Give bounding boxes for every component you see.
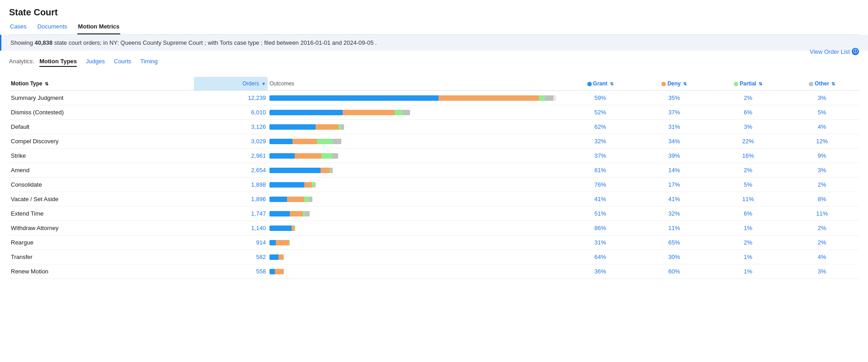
cell-bar (268, 149, 563, 163)
cell-orders[interactable]: 2,961 (194, 149, 268, 163)
main-nav: Cases Documents Motion Metrics (9, 20, 859, 35)
header: State Court Cases Documents Motion Metri… (0, 0, 868, 35)
deny-dot (661, 82, 666, 86)
tab-courts[interactable]: Courts (114, 58, 131, 67)
col-header-motion-type[interactable]: Motion Type ⇅ (9, 77, 194, 91)
cell-deny: 30% (637, 250, 711, 264)
cell-bar (268, 120, 563, 134)
cell-orders[interactable]: 1,747 (194, 207, 268, 221)
cell-grant: 86% (563, 221, 637, 235)
table-row[interactable]: Dismiss (Contested) 6,010 52% 37% 6% 5% (9, 105, 859, 120)
table-body: Summary Judgment 12,239 59% 35% 2% 3% Di… (9, 91, 859, 279)
cell-deny: 34% (637, 134, 711, 149)
grant-dot (587, 82, 592, 86)
table-row[interactable]: Consolidate 1,898 76% 17% 5% 2% (9, 178, 859, 192)
sort-icon-deny: ⇅ (683, 81, 687, 86)
cell-deny: 41% (637, 192, 711, 207)
cell-other: 4% (785, 250, 859, 264)
tab-motion-types[interactable]: Motion Types (39, 58, 77, 67)
table-row[interactable]: Transfer 582 64% 30% 1% 4% (9, 250, 859, 264)
col-header-deny[interactable]: Deny ⇅ (637, 77, 711, 91)
tab-judges[interactable]: Judges (86, 58, 105, 67)
table-row[interactable]: Extend Time 1,747 51% 32% 6% 11% (9, 207, 859, 221)
table-header-row: Motion Type ⇅ Orders ▼ Outcomes Grant ⇅ … (9, 77, 859, 91)
table-row[interactable]: Compel Discovery 3,029 32% 34% 22% 12% (9, 134, 859, 149)
cell-grant: 62% (563, 120, 637, 134)
cell-bar (268, 91, 563, 105)
tab-documents[interactable]: Documents (37, 20, 68, 34)
table-row[interactable]: Default 3,126 62% 31% 3% 4% (9, 120, 859, 134)
cell-orders[interactable]: 1,898 (194, 178, 268, 192)
cell-orders[interactable]: 582 (194, 250, 268, 264)
cell-partial: 5% (711, 178, 785, 192)
cell-orders[interactable]: 558 (194, 264, 268, 279)
cell-partial: 1% (711, 264, 785, 279)
table-row[interactable]: Summary Judgment 12,239 59% 35% 2% 3% (9, 91, 859, 105)
info-icon: ⓘ (852, 48, 859, 55)
cell-partial: 2% (711, 163, 785, 178)
partial-dot (734, 82, 738, 86)
table-row[interactable]: Vacate / Set Aside 1,896 41% 41% 11% 8% (9, 192, 859, 207)
cell-partial: 2% (711, 235, 785, 250)
table-row[interactable]: Renew Motion 558 36% 60% 1% 3% (9, 264, 859, 279)
cell-orders[interactable]: 1,896 (194, 192, 268, 207)
col-header-grant[interactable]: Grant ⇅ (563, 77, 637, 91)
analytics-section: Analytics: Motion Types Judges Courts Ti… (0, 51, 868, 67)
cell-grant: 37% (563, 149, 637, 163)
cell-other: 9% (785, 149, 859, 163)
cell-grant: 41% (563, 192, 637, 207)
table-row[interactable]: Reargue 914 31% 65% 2% 2% (9, 235, 859, 250)
cell-orders[interactable]: 3,029 (194, 134, 268, 149)
cell-deny: 39% (637, 149, 711, 163)
cell-bar (268, 264, 563, 279)
filter-bar: Showing 40,838 state court orders; in NY… (0, 35, 868, 51)
cell-bar (268, 235, 563, 250)
table-row[interactable]: Amend 2,654 81% 14% 2% 3% (9, 163, 859, 178)
cell-motion-type: Summary Judgment (9, 91, 194, 105)
cell-motion-type: Default (9, 120, 194, 134)
cell-deny: 32% (637, 207, 711, 221)
cell-deny: 31% (637, 120, 711, 134)
cell-bar (268, 134, 563, 149)
sort-icon-grant: ⇅ (610, 81, 613, 86)
col-header-outcomes: Outcomes (268, 77, 563, 91)
cell-partial: 1% (711, 221, 785, 235)
cell-orders[interactable]: 914 (194, 235, 268, 250)
tab-motion-metrics[interactable]: Motion Metrics (77, 20, 121, 34)
cell-grant: 36% (563, 264, 637, 279)
cell-other: 11% (785, 207, 859, 221)
cell-deny: 17% (637, 178, 711, 192)
cell-grant: 32% (563, 134, 637, 149)
cell-orders[interactable]: 3,126 (194, 120, 268, 134)
table-row[interactable]: Strike 2,961 37% 39% 16% 9% (9, 149, 859, 163)
cell-other: 2% (785, 235, 859, 250)
cell-motion-type: Extend Time (9, 207, 194, 221)
analytics-tabs: Motion Types Judges Courts Timing (39, 58, 158, 67)
cell-deny: 14% (637, 163, 711, 178)
col-header-orders[interactable]: Orders ▼ (194, 77, 268, 91)
cell-motion-type: Dismiss (Contested) (9, 105, 194, 120)
cell-bar (268, 192, 563, 207)
tab-cases[interactable]: Cases (9, 20, 28, 34)
cell-other: 3% (785, 264, 859, 279)
cell-deny: 60% (637, 264, 711, 279)
cell-orders[interactable]: 1,140 (194, 221, 268, 235)
table-row[interactable]: Withdraw Attorney 1,140 86% 11% 1% 2% (9, 221, 859, 235)
col-header-other[interactable]: Other ⇅ (785, 77, 859, 91)
cell-partial: 6% (711, 105, 785, 120)
col-header-partial[interactable]: Partial ⇅ (711, 77, 785, 91)
view-order-list-button[interactable]: View Order List ⓘ (810, 48, 859, 55)
cell-deny: 37% (637, 105, 711, 120)
cell-orders[interactable]: 12,239 (194, 91, 268, 105)
cell-motion-type: Amend (9, 163, 194, 178)
tab-timing[interactable]: Timing (140, 58, 158, 67)
cell-orders[interactable]: 6,010 (194, 105, 268, 120)
cell-partial: 1% (711, 250, 785, 264)
cell-motion-type: Consolidate (9, 178, 194, 192)
cell-partial: 16% (711, 149, 785, 163)
cell-partial: 6% (711, 207, 785, 221)
cell-grant: 31% (563, 235, 637, 250)
cell-orders[interactable]: 2,654 (194, 163, 268, 178)
cell-other: 8% (785, 192, 859, 207)
cell-partial: 2% (711, 91, 785, 105)
